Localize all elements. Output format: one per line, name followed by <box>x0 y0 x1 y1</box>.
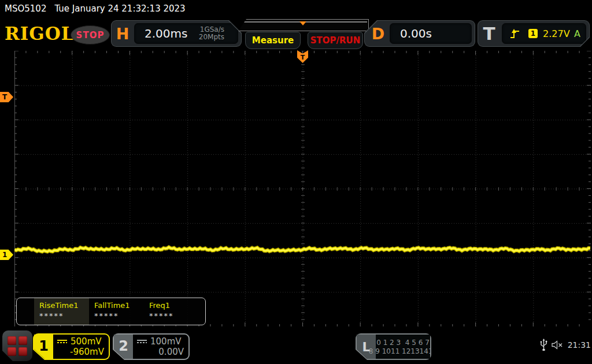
grid-menu-icon <box>8 336 27 356</box>
trigger-source-badge: 1 <box>528 29 538 38</box>
dc-coupling-icon <box>137 340 147 343</box>
trigger-label: T <box>478 21 500 46</box>
datetime: Tue January 24 21:32:13 2023 <box>54 3 185 14</box>
run-state-badge: STOP <box>71 25 110 44</box>
measure-button[interactable]: Measure <box>245 32 301 49</box>
quick-menu-button[interactable] <box>2 330 32 361</box>
trigger-level-value: 2.27V <box>543 28 570 39</box>
channel1-panel[interactable]: 1 500mV -960mV <box>33 333 110 360</box>
measurement-value: ***** <box>94 311 144 320</box>
trigger-panel[interactable]: T 1 2.27V A <box>478 20 590 47</box>
timebase-value: 2.00ms <box>134 27 199 40</box>
measurement-value: ***** <box>149 311 199 320</box>
channel1-scale: 500mV <box>71 336 102 347</box>
logic-channels-row1: 0 1 2 3 4 5 6 7 <box>376 339 430 347</box>
sample-rate: 1GSa/s <box>200 25 224 34</box>
model-name: MSO5102 <box>5 3 46 14</box>
channel2-number: 2 <box>114 335 133 359</box>
usb-icon <box>540 339 547 351</box>
measurement-label: FallTime1 <box>94 301 144 310</box>
channel2-offset: 0.00V <box>137 347 184 357</box>
logic-channels-row2: 8 9 1011 12131415 <box>369 347 437 355</box>
channel2-panel[interactable]: 2 100mV 0.00V <box>113 333 190 360</box>
horizontal-preview-strip[interactable] <box>238 19 369 31</box>
sound-muted-icon <box>552 340 564 350</box>
measurement-value: ***** <box>39 311 89 320</box>
logic-channels-panel[interactable]: L 0 1 2 3 4 5 6 7 8 9 1011 12131415 <box>356 333 431 360</box>
measurement-label: RiseTime1 <box>39 301 89 310</box>
measurement-item-falltime[interactable]: FallTime1 ***** <box>89 298 144 325</box>
preview-position-marker <box>299 21 306 25</box>
delay-value: 0.00s <box>390 27 432 40</box>
measurement-item-freq[interactable]: Freq1 ***** <box>144 298 199 325</box>
channel1-offset: -960mV <box>57 347 104 357</box>
memory-depth: 20Mpts <box>199 33 224 41</box>
horizontal-label: H <box>112 21 134 46</box>
channel1-number: 1 <box>34 335 53 359</box>
preview-waveform-icon <box>239 20 368 31</box>
horizontal-panel[interactable]: H 2.00ms 1GSa/s20Mpts <box>111 20 242 47</box>
channel2-scale: 100mV <box>150 336 182 347</box>
system-clock: 21:31 <box>568 340 591 350</box>
channel1-position-marker[interactable]: 1 <box>0 250 13 260</box>
rigol-logo: RIGOL <box>5 23 75 44</box>
measurement-label: Freq1 <box>149 301 199 310</box>
graticule <box>14 51 591 326</box>
titlebar: MSO5102Tue January 24 21:32:13 2023 <box>5 3 186 14</box>
measurement-item-risetime[interactable]: RiseTime1 ***** <box>34 298 89 325</box>
channel1-waveform <box>14 51 591 326</box>
oscilloscope-screen: MSO5102Tue January 24 21:32:13 2023 RIGO… <box>0 0 592 364</box>
stop-run-button[interactable]: STOP/RUN <box>308 32 363 49</box>
trigger-mode: A <box>574 28 580 39</box>
measurement-results-box[interactable]: RiseTime1 ***** FallTime1 ***** Freq1 **… <box>16 298 206 325</box>
dc-coupling-icon <box>57 340 67 343</box>
delay-label: D <box>367 21 389 46</box>
trigger-level-marker[interactable]: T <box>0 92 13 102</box>
rising-edge-trigger-icon <box>510 28 520 39</box>
delay-panel[interactable]: D 0.00s <box>364 20 475 47</box>
acquisition-info: 1GSa/s20Mpts <box>199 26 238 41</box>
